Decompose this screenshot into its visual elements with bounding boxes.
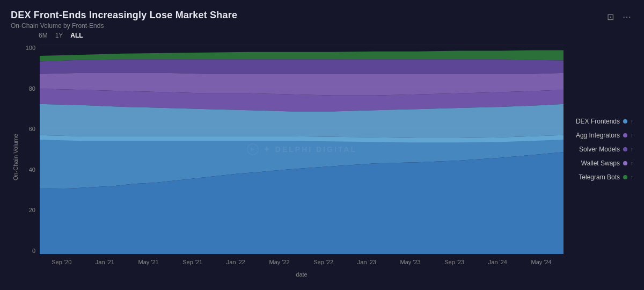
filter-6m[interactable]: 6M <box>36 31 50 40</box>
more-options-button[interactable]: ⋯ <box>620 10 633 24</box>
legend-arrow-telegram-bots: ↑ <box>631 175 633 180</box>
header: DEX Front-Ends Increasingly Lose Market … <box>11 10 633 30</box>
chart-with-legend: 100 80 60 40 20 0 <box>23 45 633 270</box>
legend-item-wallet-swaps: Wallet Swaps ↑ <box>569 160 633 167</box>
y-tick-60: 60 <box>29 126 35 132</box>
y-tick-20: 20 <box>29 207 35 213</box>
legend-color-telegram-bots <box>623 175 627 179</box>
x-tick-sep20: Sep '20 <box>52 259 71 265</box>
x-tick-jan22: Jan '22 <box>226 259 245 265</box>
x-tick-may22: May '22 <box>269 259 290 265</box>
filter-1y[interactable]: 1Y <box>53 31 65 40</box>
chart-svg: ✦ DELPHI DIGITAL <box>40 45 564 254</box>
y-tick-0: 0 <box>32 248 35 254</box>
y-tick-100: 100 <box>26 45 35 51</box>
chart-container: 100 80 60 40 20 0 <box>23 45 564 270</box>
legend-color-wallet-swaps <box>623 161 627 165</box>
filter-all[interactable]: ALL <box>68 31 85 40</box>
x-tick-may24: May '24 <box>531 259 551 265</box>
y-tick-40: 40 <box>29 166 35 173</box>
legend-label-dex-frontends: DEX Frontends <box>576 118 620 125</box>
x-tick-sep22: Sep '22 <box>313 259 333 265</box>
x-tick-sep21: Sep '21 <box>182 259 202 265</box>
header-controls: ⊡ ⋯ <box>605 10 633 24</box>
x-tick-jan23: Jan '23 <box>357 259 376 265</box>
legend-arrow-dex-frontends: ↑ <box>631 119 633 125</box>
legend-label-solver-models: Solver Models <box>579 146 620 153</box>
chart-area: On-Chain Volume 100 80 60 40 20 0 <box>11 45 633 270</box>
subtitle: On-Chain Volume by Front-Ends <box>11 22 237 30</box>
legend-arrow-solver-models: ↑ <box>631 147 633 153</box>
x-tick-may21: May '21 <box>138 259 159 265</box>
legend-color-agg-integrators <box>623 133 627 137</box>
main-container: DEX Front-Ends Increasingly Lose Market … <box>0 0 644 290</box>
area-chart <box>40 45 564 254</box>
x-tick-may23: May '23 <box>400 259 420 265</box>
x-tick-jan21: Jan '21 <box>96 259 114 265</box>
legend-arrow-wallet-swaps: ↑ <box>631 161 633 166</box>
legend-label-wallet-swaps: Wallet Swaps <box>581 160 620 167</box>
svg-marker-7 <box>40 59 564 74</box>
minimize-button[interactable]: ⊡ <box>605 10 616 24</box>
legend-item-solver-models: Solver Models ↑ <box>569 146 633 153</box>
legend-item-telegram-bots: Telegram Bots ↑ <box>569 173 633 181</box>
legend-item-dex-frontends: DEX Frontends ↑ <box>569 118 633 125</box>
legend-color-solver-models <box>623 147 627 151</box>
time-filters: 6M 1Y ALL <box>36 31 633 40</box>
y-axis-label: On-Chain Volume <box>11 45 20 270</box>
x-axis: Sep '20 Jan '21 May '21 Sep '21 Jan '22 … <box>40 254 564 270</box>
legend: DEX Frontends ↑ Agg Integrators ↑ Solver… <box>564 45 633 270</box>
main-title: DEX Front-Ends Increasingly Lose Market … <box>11 10 237 21</box>
legend-item-agg-integrators: Agg Integrators ↑ <box>569 132 633 139</box>
legend-label-agg-integrators: Agg Integrators <box>576 132 620 139</box>
x-tick-sep23: Sep '23 <box>444 259 464 265</box>
x-tick-jan24: Jan '24 <box>488 259 507 265</box>
legend-label-telegram-bots: Telegram Bots <box>579 173 620 181</box>
legend-arrow-agg-integrators: ↑ <box>631 133 633 139</box>
legend-color-dex-frontends <box>623 119 627 124</box>
x-axis-title: date <box>296 271 307 278</box>
title-block: DEX Front-Ends Increasingly Lose Market … <box>11 10 237 30</box>
y-labels: 100 80 60 40 20 0 <box>23 45 39 254</box>
y-tick-80: 80 <box>29 85 35 92</box>
